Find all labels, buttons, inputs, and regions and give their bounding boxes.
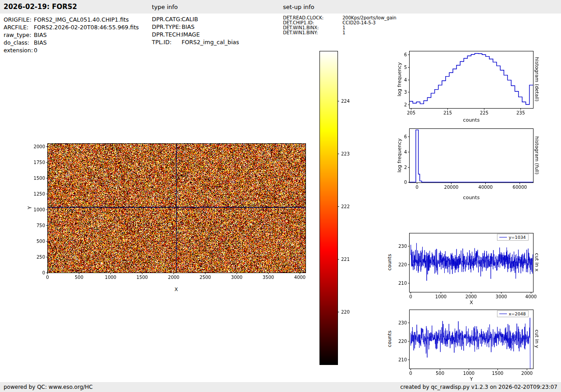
info-row: do_class:BIAS bbox=[4, 39, 139, 46]
info-row: DPR.TECH:IMAGE bbox=[152, 31, 239, 38]
legend-line-icon bbox=[499, 237, 507, 237]
setup-info-heading: set-up info bbox=[283, 4, 315, 10]
info-label: TPL.ID: bbox=[152, 38, 182, 46]
cut-x-side-label: cut in x bbox=[534, 253, 540, 272]
info-row: TPL.ID:FORS2_img_cal_bias bbox=[152, 38, 239, 46]
info-label: extension: bbox=[4, 46, 34, 54]
footer-bar: powered by QC: www.eso.org/HC created by… bbox=[0, 382, 561, 392]
info-value: CALIB bbox=[182, 15, 198, 23]
file-info-block: ORIGFILE:FORS2_IMG_CAL051.40.CHIP1.fits … bbox=[4, 16, 139, 54]
info-label: DET.WIN1.BINY: bbox=[283, 30, 342, 35]
cut-y-x-axis-label: Y bbox=[470, 376, 473, 382]
hist-full-y-axis-label: log frequency bbox=[397, 138, 402, 172]
info-value: IMAGE bbox=[182, 31, 200, 38]
cut-y-side-label: cut in y bbox=[534, 330, 540, 348]
info-label: DET.WIN1.BINX: bbox=[283, 25, 342, 30]
info-label: DET.READ.CLOCK: bbox=[283, 15, 342, 20]
info-label: DPR.CATG: bbox=[152, 15, 182, 23]
info-value: 200Kps/2ports/low_gain bbox=[342, 15, 397, 20]
info-row: DET.WIN1.BINY:1 bbox=[283, 30, 397, 35]
info-row: extension:0 bbox=[4, 46, 139, 54]
info-row: raw_type:BIAS bbox=[4, 31, 139, 39]
hist-detail-side-label: histogram (detail) bbox=[534, 57, 540, 102]
info-label: raw_type: bbox=[4, 31, 34, 39]
info-label: DET.CHIP1.ID: bbox=[283, 20, 342, 25]
type-info-block: DPR.CATG:CALIB DPR.TYPE:BIAS DPR.TECH:IM… bbox=[152, 15, 239, 46]
footer-powered-by: powered by QC: www.eso.org/HC bbox=[4, 384, 93, 390]
legend-line-icon bbox=[499, 314, 507, 314]
info-row: DPR.CATG:CALIB bbox=[152, 15, 239, 23]
info-value: FORS2.2026-02-20T08:46:55.969.fits bbox=[34, 23, 139, 31]
info-value: 1 bbox=[342, 25, 345, 30]
info-row: ORIGFILE:FORS2_IMG_CAL051.40.CHIP1.fits bbox=[4, 16, 139, 23]
info-row: DET.READ.CLOCK:200Kps/2ports/low_gain bbox=[283, 15, 397, 20]
histogram-full-plot bbox=[397, 124, 538, 191]
cut-y-legend-label: x=2048 bbox=[509, 311, 526, 316]
bias-image-heatmap bbox=[27, 137, 311, 284]
info-value: FORS2_IMG_CAL051.40.CHIP1.fits bbox=[34, 16, 129, 23]
info-value: BIAS bbox=[34, 31, 47, 39]
info-value: BIAS bbox=[182, 23, 195, 31]
footer-created-by: created by qc_rawdisp.py v1.2.3 on 2026-… bbox=[400, 384, 557, 390]
info-value: CCID20-14-5-3 bbox=[342, 20, 376, 25]
image-x-axis-label: X bbox=[174, 287, 178, 292]
colorbar bbox=[319, 49, 352, 367]
type-info-heading: type info bbox=[152, 4, 178, 10]
cut-x-x-axis-label: X bbox=[470, 300, 473, 305]
cut-x-legend-label: y=1034 bbox=[509, 235, 526, 240]
info-value: 1 bbox=[342, 30, 345, 35]
info-row: DET.WIN1.BINX:1 bbox=[283, 25, 397, 30]
info-row: DET.CHIP1.ID:CCID20-14-5-3 bbox=[283, 20, 397, 25]
info-label: DPR.TECH: bbox=[152, 31, 182, 38]
header-bar: 2026-02-19: FORS2 type info set-up info bbox=[0, 0, 561, 14]
info-label: ARCFILE: bbox=[4, 23, 34, 31]
info-label: ORIGFILE: bbox=[4, 16, 34, 23]
image-y-axis-label: Y bbox=[27, 206, 33, 210]
setup-info-block: DET.READ.CLOCK:200Kps/2ports/low_gain DE… bbox=[283, 15, 397, 35]
info-value: FORS2_img_cal_bias bbox=[182, 38, 239, 46]
info-row: DPR.TYPE:BIAS bbox=[152, 23, 239, 31]
info-value: 0 bbox=[34, 46, 37, 54]
hist-full-side-label: histogram (full) bbox=[534, 137, 540, 175]
page-title: 2026-02-19: FORS2 bbox=[4, 3, 77, 11]
info-value: BIAS bbox=[34, 39, 47, 46]
info-row: ARCFILE:FORS2.2026-02-20T08:46:55.969.fi… bbox=[4, 23, 139, 31]
hist-full-x-axis-label: counts bbox=[463, 195, 480, 201]
hist-detail-y-axis-label: log frequency bbox=[397, 62, 402, 96]
hist-detail-x-axis-label: counts bbox=[463, 117, 480, 123]
cut-x-y-axis-label: counts bbox=[387, 254, 392, 271]
info-label: do_class: bbox=[4, 39, 34, 46]
cut-y-y-axis-label: counts bbox=[387, 331, 392, 347]
cut-y-legend: x=2048 bbox=[497, 310, 529, 317]
cut-x-legend: y=1034 bbox=[497, 234, 529, 241]
histogram-detail-plot bbox=[397, 46, 538, 119]
info-label: DPR.TYPE: bbox=[152, 23, 182, 31]
